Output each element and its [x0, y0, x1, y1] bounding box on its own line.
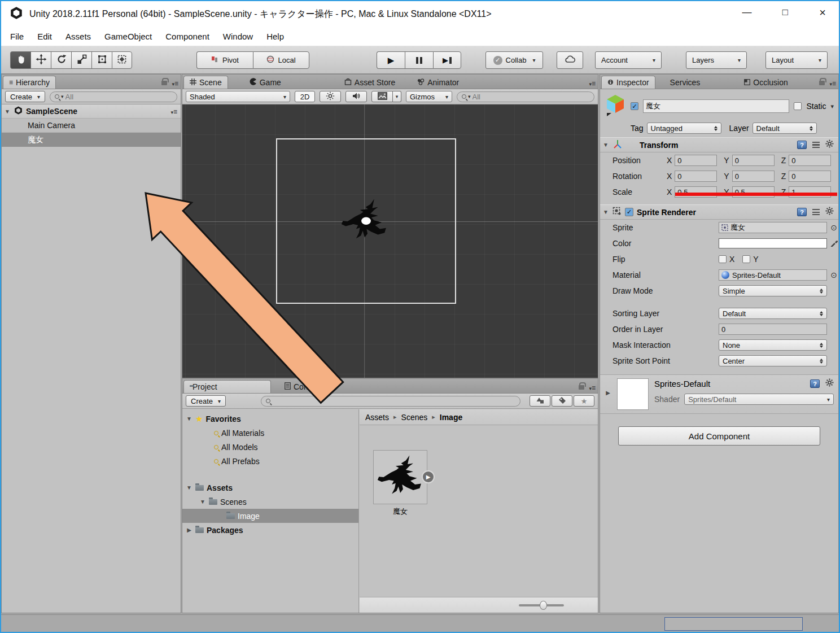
panel-menu-icon[interactable]: ▾≡ [829, 78, 836, 88]
gear-icon[interactable] [825, 139, 834, 150]
breadcrumb-assets[interactable]: Assets [365, 413, 389, 422]
breadcrumb-scenes[interactable]: Scenes [401, 413, 428, 422]
mask-interaction-dropdown[interactable]: None [719, 339, 827, 351]
saved-search-button[interactable]: ★ [574, 395, 594, 407]
position-y-field[interactable] [735, 156, 772, 165]
object-picker-icon[interactable]: ⊙ [829, 223, 838, 232]
hand-tool-button[interactable] [10, 51, 30, 69]
scene-search[interactable]: ▾ [457, 91, 594, 102]
favorite-all-materials[interactable]: All Materials [182, 426, 358, 440]
transform-tool-button[interactable] [112, 51, 132, 69]
menu-gameobject[interactable]: GameObject [98, 32, 159, 41]
help-icon[interactable]: ? [810, 379, 820, 388]
tab-occlusion[interactable]: Occlusion [738, 76, 793, 89]
expander-icon[interactable]: ▼ [4, 108, 11, 115]
draw-mode-dropdown[interactable]: Simple [719, 285, 827, 296]
scene-menu-icon[interactable]: ▾≡ [170, 107, 177, 116]
position-x-field[interactable] [677, 156, 714, 165]
gizmos-dropdown[interactable]: Gizmos ▾ [406, 91, 452, 102]
expand-sprite-badge[interactable]: ▶ [422, 470, 435, 483]
sprite-renderer-header[interactable]: ▼ ✓ Sprite Renderer ? [600, 204, 838, 220]
favorite-all-models[interactable]: All Models [182, 440, 358, 454]
maximize-button[interactable]: □ [772, 1, 798, 24]
shading-mode-dropdown[interactable]: Shaded ▾ [186, 91, 290, 102]
tab-scene[interactable]: Scene [183, 76, 228, 89]
collab-button[interactable]: ✓ Collab ▾ [485, 51, 543, 69]
presets-icon[interactable] [812, 209, 820, 215]
static-checkbox[interactable] [794, 102, 802, 110]
eyedropper-icon[interactable] [829, 239, 838, 248]
packages-row[interactable]: ▶ Packages [182, 523, 358, 537]
sprite-renderer-checkbox[interactable]: ✓ [625, 208, 633, 216]
rotation-x-field[interactable] [677, 172, 714, 181]
asset-label[interactable]: 魔女 [373, 507, 427, 517]
assets-row[interactable]: ▼ Assets [182, 481, 358, 495]
tab-console[interactable]: Console [279, 380, 328, 393]
rect-tool-button[interactable] [91, 51, 112, 69]
sorting-layer-dropdown[interactable]: Default [719, 308, 827, 319]
help-icon[interactable]: ? [797, 141, 807, 149]
project-search-input[interactable] [272, 397, 515, 405]
panel-menu-icon[interactable]: ▾≡ [172, 78, 178, 88]
menu-help[interactable]: Help [260, 32, 291, 41]
tab-inspector[interactable]: Inspector [601, 76, 655, 89]
favorites-row[interactable]: ▼ ★ Favorites [182, 412, 358, 426]
move-tool-button[interactable] [30, 51, 51, 69]
image-folder-row[interactable]: Image [182, 509, 358, 523]
tag-dropdown[interactable]: Untagged [647, 123, 721, 134]
lock-icon[interactable] [161, 81, 167, 85]
add-component-button[interactable]: Add Component [618, 426, 820, 446]
panel-menu-icon[interactable]: ▾≡ [589, 78, 596, 88]
gameobject-name-field[interactable] [646, 102, 786, 111]
object-picker-icon[interactable]: ⊙ [829, 270, 838, 280]
tab-asset-store[interactable]: Asset Store [339, 76, 401, 89]
layers-dropdown[interactable]: Layers ▾ [686, 51, 747, 69]
scale-x-field[interactable] [677, 188, 714, 197]
lighting-toggle-button[interactable] [320, 91, 341, 102]
menu-edit[interactable]: Edit [30, 32, 59, 41]
witch-sprite[interactable] [341, 198, 388, 245]
tab-hierarchy[interactable]: ≡ Hierarchy [3, 76, 56, 89]
scale-y-field[interactable] [735, 188, 772, 197]
tab-project[interactable]: Project [183, 380, 271, 393]
project-search[interactable] [261, 396, 520, 407]
tab-game[interactable]: Game [244, 76, 287, 89]
position-z-field[interactable] [791, 156, 828, 165]
search-by-label-button[interactable] [552, 395, 572, 407]
close-button[interactable]: × [810, 1, 835, 24]
play-button[interactable]: ▶ [377, 51, 405, 69]
color-swatch[interactable] [719, 238, 827, 248]
shader-dropdown[interactable]: Sprites/Default ▾ [684, 394, 834, 405]
scene-canvas[interactable] [182, 104, 598, 378]
hierarchy-search[interactable]: ▾ [50, 91, 177, 102]
hierarchy-search-input[interactable] [65, 93, 172, 101]
effects-toggle-button[interactable] [371, 91, 393, 102]
pause-button[interactable] [405, 51, 433, 69]
presets-icon[interactable] [812, 142, 820, 148]
pivot-toggle-button[interactable]: Pivot [196, 51, 253, 69]
panel-menu-icon[interactable]: ▾≡ [589, 382, 596, 392]
material-object-field[interactable]: Sprites-Default [719, 269, 827, 281]
step-button[interactable]: ▶ [433, 51, 461, 69]
menu-assets[interactable]: Assets [59, 32, 98, 41]
cloud-services-button[interactable] [557, 51, 583, 69]
menu-file[interactable]: File [3, 32, 30, 41]
sprite-object-field[interactable]: 魔女 [719, 222, 827, 233]
lock-icon[interactable] [579, 385, 584, 390]
flip-x-checkbox[interactable] [719, 255, 727, 263]
scale-tool-button[interactable] [71, 51, 91, 69]
menu-component[interactable]: Component [159, 32, 216, 41]
gear-icon[interactable] [825, 378, 834, 389]
scenes-row[interactable]: ▼ Scenes [182, 495, 358, 509]
zoom-slider-thumb[interactable] [540, 601, 547, 610]
account-dropdown[interactable]: Account ▾ [595, 51, 662, 69]
sprite-sort-point-dropdown[interactable]: Center [719, 355, 827, 366]
lock-icon[interactable] [819, 81, 825, 85]
breadcrumb-image[interactable]: Image [440, 413, 462, 422]
active-checkbox[interactable]: ✓ [631, 102, 638, 110]
menu-window[interactable]: Window [216, 32, 260, 41]
layout-dropdown[interactable]: Layout ▾ [765, 51, 828, 69]
search-by-type-button[interactable] [530, 395, 550, 407]
scale-z-field[interactable] [791, 188, 828, 197]
flip-y-checkbox[interactable] [742, 255, 750, 263]
